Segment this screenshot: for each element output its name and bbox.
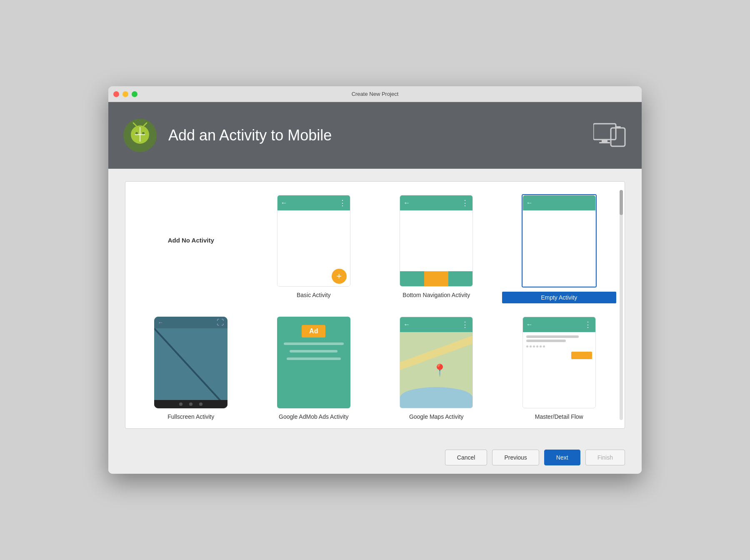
nav-dot-1 (179, 402, 182, 406)
empty-activity-label: Empty Activity (502, 292, 617, 303)
gallery-scrollbar[interactable] (620, 190, 623, 420)
svg-rect-8 (593, 124, 616, 140)
bnb-item-3 (448, 271, 472, 286)
finish-button[interactable]: Finish (585, 450, 625, 465)
menu-dots-icon-4: ⋮ (584, 320, 592, 329)
content-area: Add No Activity ← ⋮ + (108, 169, 642, 441)
phone-nav-bar (154, 400, 228, 408)
window-title: Create New Project (352, 91, 399, 97)
basic-body: + (278, 210, 350, 287)
master-detail-mockup: ← ⋮ (522, 317, 596, 408)
svg-rect-12 (615, 126, 621, 128)
header: Add an Activity to Mobile (108, 102, 642, 169)
close-button[interactable] (113, 91, 119, 97)
next-button[interactable]: Next (544, 450, 580, 465)
cancel-button[interactable]: Cancel (445, 450, 488, 465)
svg-rect-10 (599, 142, 610, 143)
admob-label: Google AdMob Ads Activity (279, 413, 348, 420)
maps-preview: ← ⋮ 📍 (399, 316, 474, 409)
list-dot-2 (530, 345, 532, 348)
previous-button[interactable]: Previous (492, 450, 539, 465)
svg-rect-11 (611, 128, 625, 146)
page-title: Add an Activity to Mobile (168, 127, 332, 144)
gallery-row-2: ← ⛶ (134, 316, 616, 420)
fullscreen-preview: ← ⛶ (153, 316, 228, 409)
list-action-button (571, 352, 592, 359)
card-maps-activity[interactable]: ← ⋮ 📍 Google M (379, 316, 494, 420)
bnb-item-2 (424, 271, 448, 286)
nav-dot-2 (189, 402, 192, 406)
bottom-navigation-bar (400, 271, 472, 286)
minimize-button[interactable] (122, 91, 128, 97)
fullscreen-label: Fullscreen Activity (168, 413, 214, 420)
bottom-nav-body (400, 210, 472, 271)
title-bar: Create New Project (108, 86, 642, 102)
list-dots-row (526, 345, 592, 348)
no-activity-label: Add No Activity (168, 237, 214, 244)
maps-label: Google Maps Activity (409, 413, 464, 420)
diagonal-line-svg (154, 328, 228, 408)
gallery-row-1: Add No Activity ← ⋮ + (134, 194, 616, 303)
bottom-nav-preview: ← ⋮ (399, 194, 474, 288)
card-basic-activity[interactable]: ← ⋮ + Basic Activity (257, 194, 371, 298)
android-logo-icon (123, 119, 157, 152)
map-water (400, 387, 472, 408)
empty-activity-preview: ← (522, 194, 597, 288)
list-dot-5 (540, 345, 542, 348)
maps-toolbar: ← ⋮ (400, 317, 472, 332)
card-empty-activity[interactable]: ← Empty Activity (502, 194, 617, 303)
window-controls (113, 91, 138, 97)
list-toolbar: ← ⋮ (523, 317, 595, 332)
basic-toolbar: ← ⋮ (278, 195, 350, 210)
fullscreen-body (154, 328, 228, 408)
scrollbar-thumb[interactable] (620, 190, 623, 215)
basic-activity-label: Basic Activity (297, 292, 331, 298)
list-dot-6 (543, 345, 545, 348)
svg-line-13 (154, 328, 228, 408)
fab-button-icon: + (332, 269, 347, 284)
maximize-button[interactable] (132, 91, 138, 97)
bottom-nav-mockup: ← ⋮ (400, 195, 473, 287)
basic-activity-mockup: ← ⋮ + (277, 195, 350, 287)
fullscreen-toolbar: ← ⛶ (154, 317, 228, 328)
map-body: 📍 (400, 332, 472, 408)
map-pin-icon: 📍 (432, 363, 447, 377)
ad-badge: Ad (302, 325, 325, 338)
empty-activity-mockup: ← (522, 195, 596, 287)
fullscreen-icon: ⛶ (217, 318, 224, 327)
device-icon (593, 122, 627, 149)
fullscreen-mockup: ← ⛶ (154, 317, 228, 408)
back-arrow-icon-3: ← (526, 199, 533, 207)
bottom-nav-toolbar: ← ⋮ (400, 195, 472, 210)
svg-rect-9 (602, 140, 608, 142)
main-window: Create New Project Add an Activity to Mo… (108, 86, 642, 474)
bnb-item-1 (400, 271, 424, 286)
map-background: 📍 (400, 332, 472, 408)
nav-dot-3 (199, 402, 202, 406)
menu-dots-icon-2: ⋮ (461, 198, 469, 208)
card-no-activity[interactable]: Add No Activity (134, 194, 248, 286)
maps-mockup: ← ⋮ 📍 (400, 317, 473, 408)
back-arrow-icon-4: ← (158, 319, 163, 326)
list-dot-4 (536, 345, 538, 348)
ad-line-3 (287, 358, 341, 360)
bottom-nav-label: Bottom Navigation Activity (402, 292, 470, 298)
ad-line-2 (290, 350, 338, 352)
master-detail-preview: ← ⋮ (522, 316, 597, 409)
card-fullscreen-activity[interactable]: ← ⛶ (134, 316, 248, 420)
empty-toolbar: ← (523, 195, 595, 210)
master-detail-label: Master/Detail Flow (535, 413, 583, 420)
card-admob-activity[interactable]: Ad Google AdMob Ads Activity (257, 316, 371, 420)
admob-preview: Ad (276, 316, 351, 409)
footer: Cancel Previous Next Finish (108, 441, 642, 474)
ad-line-1 (284, 342, 344, 345)
card-master-detail[interactable]: ← ⋮ (502, 316, 617, 420)
basic-activity-preview: ← ⋮ + (276, 194, 351, 288)
card-bottom-nav-activity[interactable]: ← ⋮ Bottom Navigation Activity (379, 194, 494, 298)
back-arrow-icon-6: ← (526, 321, 533, 328)
empty-body (523, 210, 595, 286)
list-line-2 (526, 340, 566, 342)
activity-gallery: Add No Activity ← ⋮ + (125, 181, 625, 429)
menu-dots-icon: ⋮ (339, 198, 347, 208)
back-arrow-icon: ← (281, 199, 288, 207)
